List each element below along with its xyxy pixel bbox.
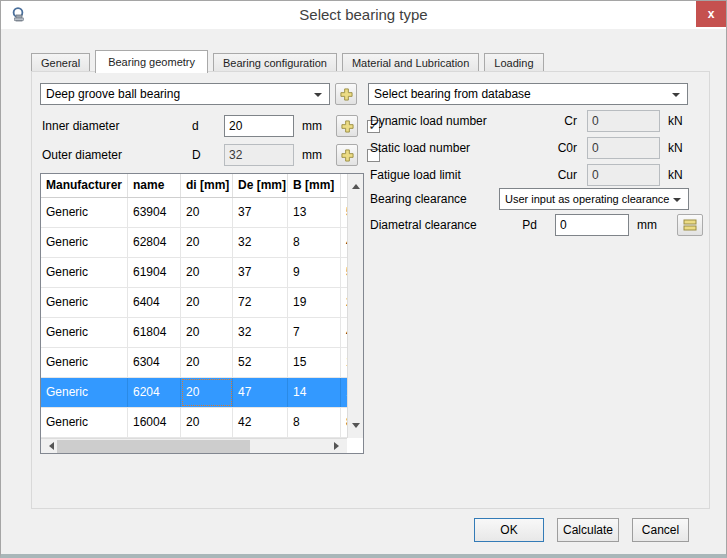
column-header-de[interactable]: De [mm] xyxy=(233,174,288,197)
add-bearing-type-button[interactable] xyxy=(335,83,357,105)
table-row[interactable]: Generic639042037135 xyxy=(41,198,347,228)
table-cell[interactable]: Generic xyxy=(41,408,128,437)
tab-page: Deep groove ball bearing Inner diameter … xyxy=(31,71,710,509)
dynamic-load-unit: kN xyxy=(668,114,683,128)
dynamic-load-row: Dynamic load number Cr kN xyxy=(370,110,683,132)
tab-loading[interactable]: Loading xyxy=(484,53,543,72)
dialog-title: Select bearing type xyxy=(1,1,726,29)
table-cell[interactable]: 20 xyxy=(181,198,233,227)
table-cell[interactable]: 8 xyxy=(288,408,341,437)
table-cell[interactable]: 62804 xyxy=(128,228,181,257)
table-row[interactable]: Generic61804203274 xyxy=(41,318,347,348)
table-cell[interactable]: 19 xyxy=(288,288,341,317)
column-header-name[interactable]: name xyxy=(128,174,181,197)
column-header-manufacturer[interactable]: Manufacturer xyxy=(41,174,128,197)
select-bearing-from-database-dropdown[interactable]: Select bearing from database xyxy=(368,83,688,105)
table-cell[interactable]: Generic xyxy=(41,198,128,227)
bearing-type-dropdown[interactable]: Deep groove ball bearing xyxy=(40,83,330,105)
scroll-down-icon[interactable] xyxy=(352,423,360,432)
table-cell[interactable]: 32 xyxy=(233,228,288,257)
plus-icon xyxy=(340,88,353,101)
inner-diameter-input[interactable] xyxy=(224,115,294,137)
diametral-clearance-symbol: Pd xyxy=(495,218,537,232)
tab-bearing-geometry[interactable]: Bearing geometry xyxy=(95,50,208,73)
dynamic-load-input xyxy=(587,110,660,132)
table-cell[interactable]: 32 xyxy=(233,318,288,347)
table-horizontal-scrollbar[interactable] xyxy=(41,438,347,453)
table-row[interactable]: Generic62804203284 xyxy=(41,228,347,258)
inner-diameter-symbol: d xyxy=(182,119,224,133)
table-cell[interactable]: 20 xyxy=(181,318,233,347)
table-cell[interactable]: 6204 xyxy=(128,378,181,407)
column-header-di[interactable]: di [mm] xyxy=(181,174,233,197)
table-cell[interactable]: 16004 xyxy=(128,408,181,437)
table-cell[interactable]: 20 xyxy=(181,408,233,437)
double-bar-icon xyxy=(683,219,697,231)
table-cell[interactable]: 15 xyxy=(288,348,341,377)
horizontal-scroll-thumb[interactable] xyxy=(57,440,250,453)
table-cell[interactable]: 37 xyxy=(233,198,288,227)
scroll-up-icon[interactable] xyxy=(352,180,360,189)
outer-diameter-symbol: D xyxy=(182,148,224,162)
column-header-b[interactable]: B [mm] xyxy=(288,174,341,197)
table-cell[interactable]: 6304 xyxy=(128,348,181,377)
table-cell[interactable]: 9 xyxy=(288,258,341,287)
fatigue-load-row: Fatigue load limit Cur kN xyxy=(370,164,683,186)
table-cell[interactable]: 72 xyxy=(233,288,288,317)
static-load-input xyxy=(587,137,660,159)
table-cell[interactable]: 42 xyxy=(233,408,288,437)
table-cell[interactable]: 47 xyxy=(233,378,288,407)
scroll-left-icon[interactable] xyxy=(45,442,54,450)
table-cell[interactable]: 13 xyxy=(288,198,341,227)
tab-material-and-lubrication[interactable]: Material and Lubrication xyxy=(342,53,479,72)
table-body: Generic639042037135Generic62804203284Gen… xyxy=(41,198,347,438)
static-load-label: Static load number xyxy=(370,141,537,155)
table-cell[interactable]: 14 xyxy=(288,378,341,407)
table-cell[interactable]: 20 xyxy=(181,378,233,407)
table-cell[interactable]: 20 xyxy=(181,348,233,377)
bearing-table[interactable]: Manufacturer name di [mm] De [mm] B [mm]… xyxy=(40,173,364,454)
table-cell[interactable]: 61804 xyxy=(128,318,181,347)
table-cell[interactable]: 37 xyxy=(233,258,288,287)
cancel-button[interactable]: Cancel xyxy=(632,518,689,542)
table-row[interactable]: Generic62042047141 xyxy=(41,378,347,408)
table-header-row: Manufacturer name di [mm] De [mm] B [mm] xyxy=(41,174,347,198)
bearing-clearance-dropdown[interactable]: User input as operating clearance xyxy=(499,188,689,210)
outer-diameter-add-button[interactable] xyxy=(336,144,358,166)
scroll-right-icon[interactable] xyxy=(334,442,343,450)
table-cell[interactable]: 63904 xyxy=(128,198,181,227)
tab-general[interactable]: General xyxy=(31,53,90,72)
table-cell[interactable]: 20 xyxy=(181,288,233,317)
diametral-clearance-row: Diametral clearance Pd mm xyxy=(370,214,703,236)
table-row[interactable]: Generic63042052151 xyxy=(41,348,347,378)
table-row[interactable]: Generic61904203795 xyxy=(41,258,347,288)
table-cell[interactable]: Generic xyxy=(41,378,128,407)
static-load-symbol: C0r xyxy=(537,141,577,155)
ok-button[interactable]: OK xyxy=(474,518,544,542)
close-button[interactable]: x xyxy=(696,1,726,27)
table-cell[interactable]: 20 xyxy=(181,228,233,257)
calculate-button[interactable]: Calculate xyxy=(557,518,619,542)
inner-diameter-row: Inner diameter d mm ✓ xyxy=(42,115,380,137)
diametral-clearance-input[interactable] xyxy=(555,214,629,236)
title-bar[interactable]: Select bearing type x xyxy=(1,1,726,29)
table-cell[interactable]: Generic xyxy=(41,228,128,257)
table-cell[interactable]: 20 xyxy=(181,258,233,287)
clearance-table-button[interactable] xyxy=(677,214,703,236)
table-cell[interactable]: Generic xyxy=(41,288,128,317)
table-cell[interactable]: 52 xyxy=(233,348,288,377)
table-vertical-scrollbar[interactable] xyxy=(347,174,363,438)
inner-diameter-add-button[interactable] xyxy=(336,115,358,137)
table-row[interactable]: Generic16004204288 xyxy=(41,408,347,438)
table-cell[interactable]: 7 xyxy=(288,318,341,347)
bearing-clearance-row: Bearing clearance User input as operatin… xyxy=(370,188,689,210)
table-cell[interactable]: Generic xyxy=(41,318,128,347)
table-cell[interactable]: 6404 xyxy=(128,288,181,317)
table-cell[interactable]: Generic xyxy=(41,258,128,287)
tab-bearing-configuration[interactable]: Bearing configuration xyxy=(213,53,337,72)
table-cell[interactable]: 61904 xyxy=(128,258,181,287)
table-row[interactable]: Generic64042072192 xyxy=(41,288,347,318)
bearing-clearance-label: Bearing clearance xyxy=(370,192,499,206)
table-cell[interactable]: 8 xyxy=(288,228,341,257)
table-cell[interactable]: Generic xyxy=(41,348,128,377)
